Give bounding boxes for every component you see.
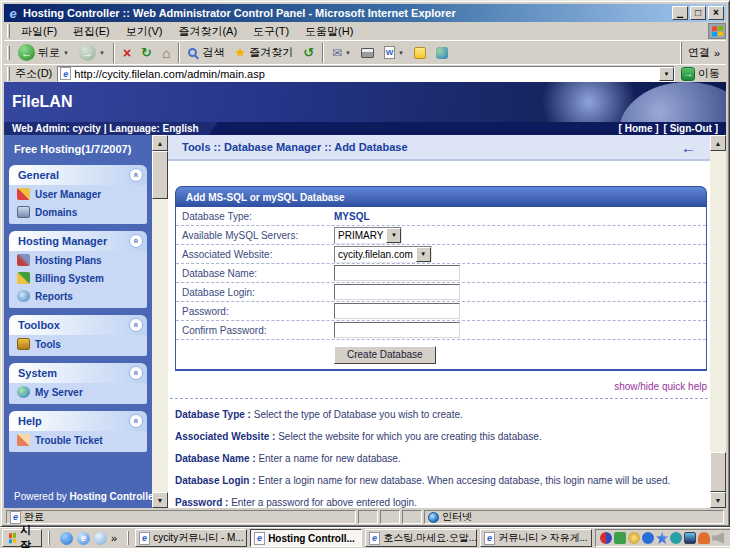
menu-edit[interactable]: 편집(E)	[65, 22, 118, 41]
scroll-down-button[interactable]: ▼	[710, 492, 726, 508]
minimize-button[interactable]: ▁	[672, 6, 688, 20]
maximize-button[interactable]: □	[690, 6, 706, 20]
signout-link[interactable]: [ Sign-Out ]	[664, 123, 718, 134]
edit-button[interactable]: W ▼	[379, 42, 409, 64]
address-dropdown-button[interactable]: ▼	[659, 67, 674, 81]
menu-file[interactable]: 파일(F)	[13, 22, 65, 41]
panel-header-general[interactable]: General «	[9, 165, 147, 185]
search-button[interactable]: 검색	[183, 42, 229, 64]
stop-button[interactable]: ×	[118, 42, 136, 64]
sidebar-item-tools[interactable]: Tools	[9, 335, 147, 353]
collapse-icon[interactable]: «	[129, 234, 143, 248]
panel-header-help[interactable]: Help «	[9, 411, 147, 431]
row-mysql-servers: Available MySQL Servers: PRIMARY ▼	[176, 226, 706, 245]
menu-favorites[interactable]: 즐겨찾기(A)	[170, 22, 245, 41]
volume-icon[interactable]	[712, 532, 724, 544]
messenger-button[interactable]	[409, 42, 431, 64]
database-name-input[interactable]	[334, 265, 460, 281]
display-icon[interactable]	[684, 532, 696, 544]
sidebar-item-hosting-plans[interactable]: Hosting Plans	[9, 251, 147, 269]
mail-button[interactable]: ✉ ▼	[327, 42, 356, 64]
scroll-up-button[interactable]: ▲	[152, 135, 168, 151]
ime-language-icon[interactable]	[600, 532, 612, 544]
collapse-icon[interactable]: «	[129, 366, 143, 380]
create-database-button[interactable]: Create Database	[334, 346, 436, 364]
scroll-thumb[interactable]	[152, 151, 168, 199]
collapse-icon[interactable]: «	[129, 168, 143, 182]
address-grip[interactable]	[7, 67, 10, 81]
forward-button[interactable]: → ▼	[74, 42, 110, 64]
confirm-password-input[interactable]	[334, 322, 460, 338]
close-button[interactable]: ×	[708, 6, 724, 20]
quicklaunch-grip[interactable]	[48, 531, 50, 545]
select-dropdown-icon[interactable]: ▼	[386, 228, 401, 243]
edit-dropdown-icon[interactable]: ▼	[398, 50, 404, 56]
collapse-icon[interactable]: «	[129, 318, 143, 332]
print-button[interactable]	[356, 42, 379, 64]
toolbar-grip[interactable]	[7, 46, 10, 60]
sidebar-item-billing-system[interactable]: Billing System	[9, 269, 147, 287]
quicklaunch-ie-icon[interactable]	[60, 532, 73, 545]
messenger-star-icon[interactable]	[656, 532, 668, 544]
links-more-icon[interactable]: »	[714, 47, 720, 59]
task-button-1[interactable]: e cycity커뮤니티 - M...	[135, 529, 247, 547]
go-button[interactable]: → 이동	[675, 66, 724, 81]
printer-tray-icon[interactable]	[614, 532, 626, 544]
panel-header-system[interactable]: System «	[9, 363, 147, 383]
password-input[interactable]	[334, 303, 460, 319]
menu-help[interactable]: 도움말(H)	[297, 22, 361, 41]
users-tray-icon[interactable]	[698, 532, 710, 544]
scroll-down-button[interactable]: ▼	[152, 492, 168, 508]
menu-grip[interactable]	[7, 24, 10, 38]
website-select[interactable]: cycity.filelan.com ▼	[334, 246, 432, 263]
main-scrollbar[interactable]: ▲ ▼	[710, 135, 726, 508]
address-input[interactable]: e http://cycity.filelan.com/admin/main.a…	[57, 66, 675, 82]
home-button[interactable]: ⌂	[157, 42, 175, 64]
taskband-grip[interactable]	[127, 531, 129, 545]
sync-icon[interactable]	[670, 532, 682, 544]
sidebar-item-domains[interactable]: Domains	[9, 203, 147, 221]
quick-help-link[interactable]: show/hide quick help	[614, 381, 707, 392]
scroll-up-button[interactable]: ▲	[710, 135, 726, 151]
scroll-track[interactable]	[710, 151, 726, 492]
security-shield-icon[interactable]	[628, 532, 640, 544]
sidebar-item-reports[interactable]: Reports	[9, 287, 147, 305]
sidebar-item-user-manager[interactable]: User Manager	[9, 185, 147, 203]
database-login-input[interactable]	[334, 284, 460, 300]
mysql-server-select[interactable]: PRIMARY ▼	[334, 227, 402, 244]
quicklaunch-more-icon[interactable]: »	[111, 532, 117, 544]
quicklaunch-msn-icon[interactable]	[94, 532, 107, 545]
start-button[interactable]: 시작	[2, 529, 42, 547]
hosting-plans-icon	[17, 254, 30, 266]
mail-dropdown-icon[interactable]: ▼	[345, 50, 351, 56]
sidebar-item-my-server[interactable]: My Server	[9, 383, 147, 401]
discuss-button[interactable]	[431, 42, 453, 64]
menu-tools[interactable]: 도구(T)	[245, 22, 297, 41]
favorites-button[interactable]: ★ 즐겨찾기	[229, 42, 298, 64]
task-button-2-active[interactable]: e Hosting Controll...	[250, 529, 362, 547]
address-url[interactable]: http://cycity.filelan.com/admin/main.asp	[74, 68, 265, 80]
links-band[interactable]: 연결 »	[681, 42, 726, 64]
refresh-button[interactable]: ↻	[136, 42, 157, 64]
collapse-icon[interactable]: «	[129, 414, 143, 428]
selected-website: cycity.filelan.com	[335, 249, 416, 260]
blue-app-icon[interactable]	[642, 532, 654, 544]
taskbar-clock[interactable]: 오후 4:18	[726, 519, 730, 548]
select-dropdown-icon[interactable]: ▼	[416, 247, 431, 262]
back-nav-icon[interactable]: ←	[681, 139, 696, 156]
back-button[interactable]: ← 뒤로 ▼	[13, 42, 74, 64]
home-link[interactable]: [ Home ]	[619, 123, 659, 134]
menu-view[interactable]: 보기(V)	[118, 22, 171, 41]
panel-header-hosting-manager[interactable]: Hosting Manager «	[9, 231, 147, 251]
history-button[interactable]: ↺	[298, 42, 319, 64]
quicklaunch-browser-icon[interactable]: e	[77, 532, 90, 545]
task-button-4[interactable]: e 커뮤니티 > 자유게...	[480, 529, 592, 547]
back-dropdown-icon[interactable]: ▼	[63, 50, 69, 56]
sidebar-scrollbar[interactable]: ▲ ▼	[152, 135, 168, 508]
scroll-track[interactable]	[152, 151, 168, 492]
scroll-thumb[interactable]	[710, 452, 726, 492]
sidebar-item-trouble-ticket[interactable]: Trouble Ticket	[9, 431, 147, 449]
panel-header-toolbox[interactable]: Toolbox «	[9, 315, 147, 335]
title-bar[interactable]: e Hosting Controller :: Web Administrato…	[4, 4, 726, 22]
task-button-3[interactable]: e 호스팅.마세요.오말...	[365, 529, 477, 547]
